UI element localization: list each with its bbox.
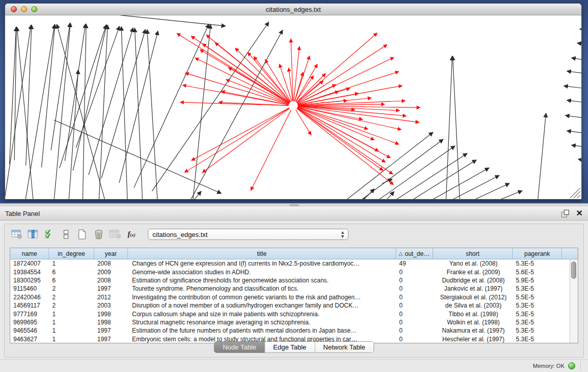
table-cell[interactable]: 1998	[94, 311, 128, 318]
table-cell[interactable]: 1998	[94, 319, 128, 326]
table-cell[interactable]: 5.3E-5	[513, 311, 562, 318]
table-cell[interactable]: 22420046	[10, 294, 49, 301]
table-cell[interactable]: 1997	[94, 327, 128, 334]
table-row[interactable]: 1872400712008Changes of HCN gene express…	[10, 259, 570, 268]
table-cell[interactable]: 0	[396, 277, 433, 284]
table-cell[interactable]: 2009	[94, 269, 128, 276]
table-cell[interactable]: 9699695	[10, 319, 49, 326]
table-selector-dropdown[interactable]: citations_edges.txt ▲▼	[148, 229, 349, 240]
network-window-titlebar[interactable]: citations_edges.txt	[5, 4, 581, 15]
table-cell[interactable]: Franke et al. (2009)	[433, 269, 513, 276]
table-row[interactable]: 2242004622012Investigating the contribut…	[10, 293, 570, 301]
table-cell[interactable]: 0	[396, 311, 433, 318]
table-cell[interactable]: Genome-wide association studies in ADHD.	[128, 269, 396, 276]
table-mode-button[interactable]	[10, 228, 24, 241]
table-cell[interactable]: 5.9E-5	[513, 277, 562, 284]
table-cell[interactable]: Tibbo et al. (1998)	[433, 311, 513, 318]
function-builder-button[interactable]: f(x)	[124, 228, 139, 241]
table-cell[interactable]: Investigating the contribution of common…	[128, 294, 396, 301]
table-cell[interactable]: Corpus callosum shape and size in male p…	[128, 311, 396, 318]
select-columns-button[interactable]	[42, 228, 57, 241]
table-cell[interactable]: 9115460	[10, 285, 49, 292]
table-row[interactable]: 977716911998Corpus callosum shape and si…	[10, 310, 570, 318]
table-cell[interactable]: 9777169	[10, 311, 49, 318]
table-cell[interactable]: 5.3E-5	[513, 319, 562, 326]
table-cell[interactable]: 2008	[94, 260, 128, 267]
table-cell[interactable]: Nakamura et al. (1997)	[433, 327, 513, 334]
table-cell[interactable]: Estimation of the future numbers of pati…	[128, 327, 396, 334]
table-cell[interactable]: 18724007	[10, 260, 49, 267]
table-cell[interactable]: 2	[49, 285, 94, 292]
table-cell[interactable]: 2012	[94, 294, 128, 301]
table-cell[interactable]: Tourette syndrome. Phenomenology and cla…	[128, 285, 396, 292]
table-cell[interactable]: Stergiakouli et al. (2012)	[433, 294, 513, 301]
table-row[interactable]: 1456911722003Disruption of a novel membe…	[10, 301, 570, 310]
table-cell[interactable]: 1	[49, 327, 94, 334]
table-cell[interactable]: Disruption of a novel member of a sodium…	[128, 302, 396, 309]
table-cell[interactable]: Structural magnetic resonance image aver…	[128, 319, 396, 326]
table-cell[interactable]: 5.3E-5	[513, 302, 562, 309]
table-cell[interactable]: 2008	[94, 277, 128, 284]
table-cell[interactable]: 5.5E-5	[513, 294, 562, 301]
close-panel-icon[interactable]: ✕	[576, 210, 583, 217]
table-row[interactable]: 911546021997Tourette syndrome. Phenomeno…	[10, 285, 570, 293]
table-cell[interactable]: 0	[396, 269, 433, 276]
table-cell[interactable]: 49	[396, 260, 433, 267]
table-cell[interactable]: 6	[49, 269, 94, 276]
column-header[interactable]: title	[128, 248, 396, 259]
column-header[interactable]: in_degree	[49, 248, 94, 259]
table-cell[interactable]: 2	[49, 294, 94, 301]
table-cell[interactable]: 9465546	[10, 327, 49, 334]
create-column-button[interactable]	[75, 228, 90, 241]
table-cell[interactable]: 2003	[94, 302, 128, 309]
table-cell[interactable]: 19384554	[10, 269, 49, 276]
table-row[interactable]: 1938455462009Genome-wide association stu…	[10, 268, 570, 276]
table-row[interactable]: 946554611997Estimation of the future num…	[10, 326, 570, 335]
splitter-grip[interactable]	[290, 204, 299, 206]
table-cell[interactable]: 5.3E-5	[513, 260, 562, 267]
table-cell[interactable]: Changes of HCN gene expression and I(f) …	[128, 260, 396, 267]
table-cell[interactable]: 0	[396, 285, 433, 292]
network-view[interactable]	[5, 15, 581, 199]
resize-grip-icon[interactable]	[570, 188, 580, 198]
table-cell[interactable]: Wolkin et al. (1998)	[433, 319, 513, 326]
table-cell[interactable]: 1997	[94, 285, 128, 292]
network-canvas[interactable]	[5, 15, 581, 199]
table-row[interactable]: 1830029562008Estimation of significance …	[10, 276, 570, 285]
table-cell[interactable]: Jankovic et al. (1997)	[433, 285, 513, 292]
table-cell[interactable]: 0	[396, 294, 433, 301]
column-header[interactable]: △out_de…	[396, 248, 433, 259]
table-cell[interactable]: 6	[49, 277, 94, 284]
table-cell[interactable]: 2	[49, 302, 94, 309]
tab-node-table[interactable]: Node Table	[214, 342, 265, 353]
table-cell[interactable]: 1	[49, 319, 94, 326]
close-window-button[interactable]	[11, 6, 17, 12]
table-cell[interactable]: 5.3E-5	[513, 285, 562, 292]
column-header[interactable]: short	[433, 248, 513, 259]
table-cell[interactable]: 1	[49, 260, 94, 267]
table-cell[interactable]: de Silva et al. (2003)	[433, 302, 513, 309]
tab-edge-table[interactable]: Edge Table	[265, 342, 315, 353]
table-cell[interactable]: 0	[396, 319, 433, 326]
table-cell[interactable]: 0	[396, 327, 433, 334]
column-header[interactable]: year	[94, 248, 128, 259]
vertical-scrollbar[interactable]	[570, 259, 578, 343]
table-cell[interactable]: 5.6E-5	[513, 269, 562, 276]
delete-columns-button[interactable]	[92, 228, 106, 241]
table-cell[interactable]: 18300295	[10, 277, 49, 284]
table-cell[interactable]: 5.3E-5	[513, 327, 562, 334]
minimize-window-button[interactable]	[21, 6, 27, 12]
table-row[interactable]: 969969511998Structural magnetic resonanc…	[10, 318, 570, 326]
float-panel-icon[interactable]	[561, 210, 569, 217]
table-cell[interactable]: 14569117	[10, 302, 49, 309]
table-cell[interactable]: 0	[396, 302, 433, 309]
table-cell[interactable]: Estimation of significance thresholds fo…	[128, 277, 396, 284]
table-cell[interactable]: Dudbridge et al. (2008)	[433, 277, 513, 284]
table-cell[interactable]: 1	[49, 311, 94, 318]
zoom-window-button[interactable]	[31, 6, 37, 12]
scrollbar-thumb[interactable]	[571, 261, 576, 279]
show-columns-button[interactable]	[26, 228, 40, 241]
tab-network-table[interactable]: Network Table	[315, 342, 374, 353]
row-height-button[interactable]	[59, 228, 73, 241]
horizontal-splitter[interactable]	[0, 203, 588, 207]
